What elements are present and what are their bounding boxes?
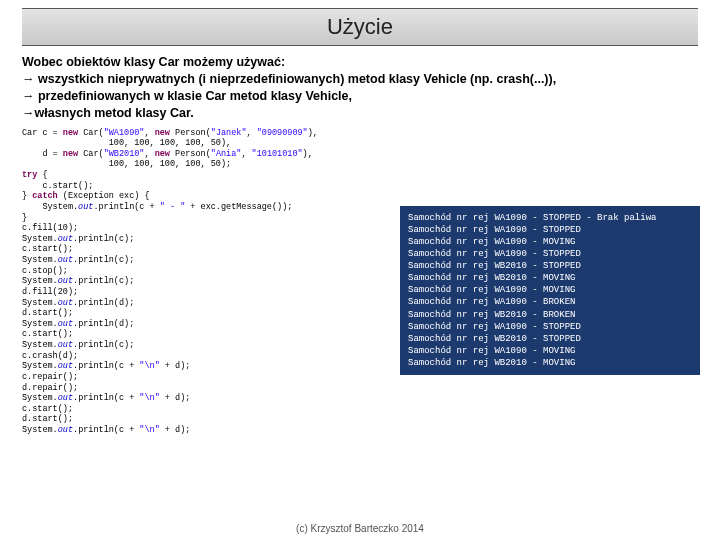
console-line: Samochód nr rej WA1090 - STOPPED bbox=[408, 224, 692, 236]
desc-line: →własnych metod klasy Car. bbox=[22, 105, 698, 122]
console-line: Samochód nr rej WA1090 - STOPPED bbox=[408, 248, 692, 260]
console-line: Samochód nr rej WB2010 - MOVING bbox=[408, 272, 692, 284]
footer-copyright: (c) Krzysztof Barteczko 2014 bbox=[0, 523, 720, 534]
console-line: Samochód nr rej WB2010 - STOPPED bbox=[408, 333, 692, 345]
desc-line: → wszystkich nieprywatnych (i nieprzedef… bbox=[22, 71, 698, 88]
description-block: Wobec obiektów klasy Car możemy używać: … bbox=[22, 54, 698, 122]
console-line: Samochód nr rej WA1090 - BROKEN bbox=[408, 296, 692, 308]
console-line: Samochód nr rej WA1090 - STOPPED - Brak … bbox=[408, 212, 692, 224]
desc-line: Wobec obiektów klasy Car możemy używać: bbox=[22, 54, 698, 71]
console-line: Samochód nr rej WA1090 - STOPPED bbox=[408, 321, 692, 333]
page-title: Użycie bbox=[327, 14, 393, 40]
console-line: Samochód nr rej WA1090 - MOVING bbox=[408, 236, 692, 248]
console-line: Samochód nr rej WA1090 - MOVING bbox=[408, 345, 692, 357]
console-line: Samochód nr rej WB2010 - BROKEN bbox=[408, 309, 692, 321]
console-line: Samochód nr rej WB2010 - MOVING bbox=[408, 357, 692, 369]
console-line: Samochód nr rej WB2010 - STOPPED bbox=[408, 260, 692, 272]
console-output: Samochód nr rej WA1090 - STOPPED - Brak … bbox=[400, 206, 700, 376]
console-line: Samochód nr rej WA1090 - MOVING bbox=[408, 284, 692, 296]
code-area: Car c = new Car("WA1090", new Person("Ja… bbox=[22, 128, 698, 436]
desc-line: → przedefiniowanych w klasie Car metod k… bbox=[22, 88, 698, 105]
title-bar: Użycie bbox=[22, 8, 698, 46]
